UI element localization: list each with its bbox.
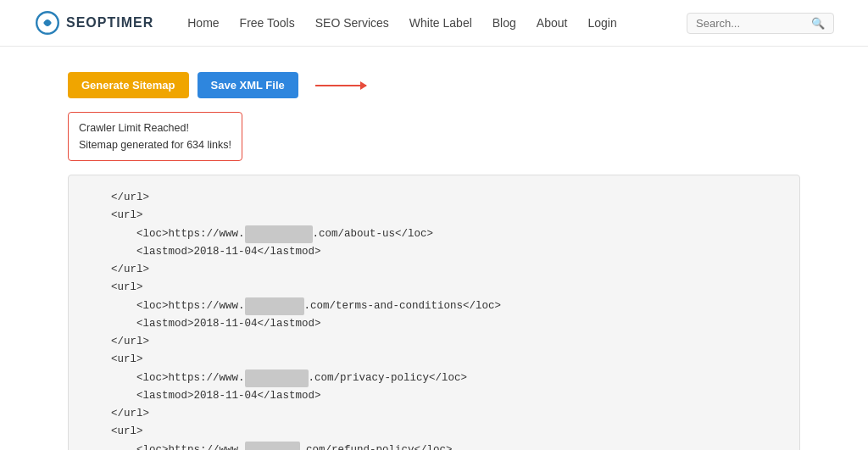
xml-line: <url>	[86, 423, 782, 441]
xml-line: <url>	[86, 207, 782, 225]
xml-line: <loc>https://www.xxxxxxxxxx.com/about-us…	[86, 225, 782, 243]
xml-line: </url>	[86, 405, 782, 423]
search-box: 🔍	[687, 13, 834, 34]
xml-line: </url>	[86, 189, 782, 207]
warning-line1: Crawler Limit Reached!	[79, 119, 231, 136]
xml-line: <lastmod>2018-11-04</lastmod>	[86, 243, 782, 261]
xml-line: <lastmod>2018-11-04</lastmod>	[86, 387, 782, 405]
nav-blog[interactable]: Blog	[492, 16, 516, 30]
nav-login[interactable]: Login	[587, 16, 616, 30]
svg-point-1	[45, 20, 50, 25]
save-xml-button[interactable]: Save XML File	[198, 72, 298, 98]
generate-sitemap-button[interactable]: Generate Sitemap	[68, 72, 189, 98]
nav-home[interactable]: Home	[187, 16, 219, 30]
search-input[interactable]	[696, 17, 806, 30]
nav-white-label[interactable]: White Label	[409, 16, 472, 30]
logo-text: SEOPTIMER	[66, 15, 153, 31]
xml-line: <loc>https://www.xxxxxxxx.com/refund-pol…	[86, 442, 782, 451]
xml-line: </url>	[86, 261, 782, 279]
xml-line: <url>	[86, 351, 782, 369]
xml-line: </url>	[86, 333, 782, 351]
nav-free-tools[interactable]: Free Tools	[240, 16, 295, 30]
arrow-indicator-1	[315, 85, 366, 86]
logo[interactable]: SEOPTIMER	[34, 9, 153, 36]
logo-icon	[34, 9, 61, 36]
warning-line2: Sitemap generated for 634 links!	[79, 136, 231, 153]
xml-line: <lastmod>2018-11-04</lastmod>	[86, 315, 782, 333]
main-nav: Home Free Tools SEO Services White Label…	[187, 16, 687, 30]
xml-content-box: </url> <url> <loc>https://www.xxxxxxxxxx…	[68, 175, 800, 450]
nav-about[interactable]: About	[537, 16, 568, 30]
nav-seo-services[interactable]: SEO Services	[315, 16, 389, 30]
xml-line: <loc>https://www.xxxxxxxxxx.com/privacy-…	[86, 369, 782, 387]
warning-box: Crawler Limit Reached! Sitemap generated…	[68, 112, 242, 161]
search-icon: 🔍	[811, 17, 825, 30]
toolbar-row: Generate Sitemap Save XML File	[68, 72, 800, 98]
xml-line: <loc>https://www.xxxxxxxxx.com/terms-and…	[86, 297, 782, 315]
xml-line: <url>	[86, 279, 782, 297]
